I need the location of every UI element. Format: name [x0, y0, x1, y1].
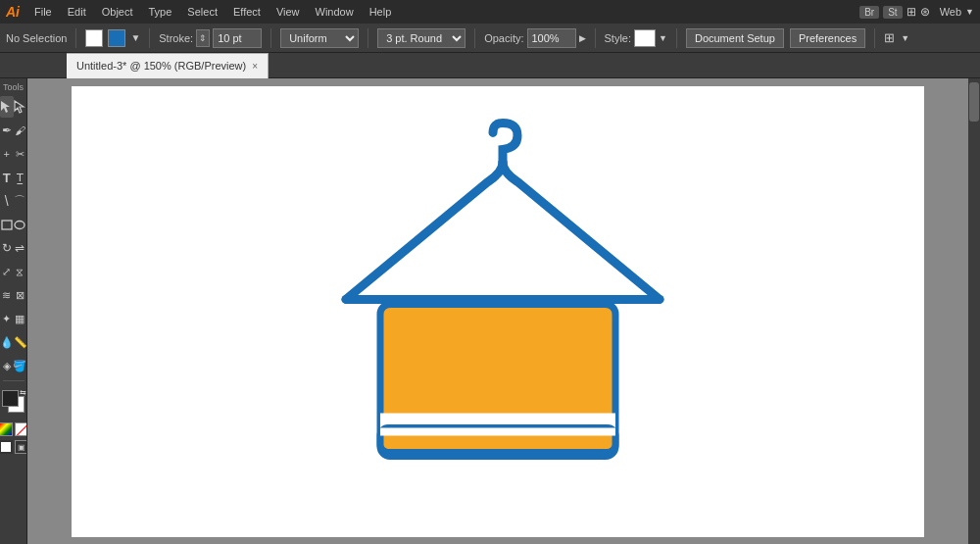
symbol-spray-tool[interactable]: ✦: [0, 308, 14, 329]
right-scrollbar[interactable]: [968, 78, 980, 544]
column-graph-tool[interactable]: ▦: [14, 308, 27, 329]
menu-bar: Ai File Edit Object Type Select Effect V…: [0, 0, 980, 24]
foreground-color-swatch[interactable]: [2, 390, 19, 407]
touch-type-tool[interactable]: T̲: [14, 167, 27, 188]
web-menu-arrow[interactable]: ▼: [965, 7, 974, 17]
menu-effect[interactable]: Effect: [226, 4, 268, 20]
menu-object[interactable]: Object: [95, 4, 140, 20]
tab-title: Untitled-3* @ 150% (RGB/Preview): [76, 60, 246, 72]
none-mode-btn[interactable]: [15, 422, 28, 436]
preferences-button[interactable]: Preferences: [790, 28, 865, 48]
canvas-area: [27, 78, 968, 544]
opacity-arrow[interactable]: ▶: [579, 33, 586, 43]
svg-point-3: [15, 221, 24, 228]
fill-swatch[interactable]: [85, 29, 103, 47]
app-logo: Ai: [6, 4, 20, 20]
left-toolbar: Tools ✒ 🖌 + ✂ T T̲ \ ⌒: [0, 78, 27, 544]
menu-select[interactable]: Select: [180, 4, 224, 20]
change-screen-btn[interactable]: ▣: [15, 440, 28, 454]
shear-tool[interactable]: ⧖: [14, 261, 27, 282]
stroke-fill-indicator[interactable]: [0, 440, 13, 454]
connector-icon[interactable]: ⊛: [920, 5, 930, 19]
blend-tool[interactable]: ◈: [0, 355, 13, 376]
menu-type[interactable]: Type: [142, 4, 179, 20]
scroll-thumb[interactable]: [969, 82, 979, 122]
style-label: Style:: [605, 32, 632, 44]
stroke-dropdown[interactable]: ▼: [130, 32, 140, 43]
warp-tool[interactable]: ≋: [0, 284, 14, 306]
measure-tool[interactable]: 📏: [14, 331, 27, 353]
stroke-style-select[interactable]: Uniform: [280, 28, 359, 48]
opacity-input[interactable]: [527, 28, 576, 48]
direct-selection-tool[interactable]: [14, 96, 27, 118]
bridge-btn[interactable]: Br: [859, 6, 879, 19]
menu-help[interactable]: Help: [363, 4, 399, 20]
arrange-arrow[interactable]: ▼: [901, 33, 909, 43]
color-mode-btn[interactable]: [0, 422, 13, 436]
svg-marker-0: [1, 101, 10, 113]
menu-file[interactable]: File: [27, 4, 59, 20]
stroke-cap-select[interactable]: 3 pt. Round: [377, 28, 466, 48]
svg-rect-2: [2, 221, 12, 229]
menu-view[interactable]: View: [270, 4, 307, 20]
stroke-swatch[interactable]: [108, 29, 125, 47]
stroke-label: Stroke:: [159, 32, 193, 44]
rect-tool[interactable]: [0, 214, 14, 235]
rotate-tool[interactable]: ↻: [0, 237, 14, 259]
artwork: [292, 118, 704, 490]
eyedropper-tool[interactable]: 💧: [0, 331, 14, 353]
menu-edit[interactable]: Edit: [61, 4, 93, 20]
scissors-tool[interactable]: ✂: [14, 143, 27, 165]
main-layout: Tools ✒ 🖌 + ✂ T T̲ \ ⌒: [0, 78, 980, 544]
selection-tool[interactable]: [0, 96, 14, 118]
doc-setup-button[interactable]: Document Setup: [686, 28, 784, 48]
blob-brush-tool[interactable]: 🖌: [14, 120, 27, 141]
line-tool[interactable]: \: [0, 190, 14, 212]
live-paint-tool[interactable]: 🪣: [13, 355, 26, 376]
opacity-label: Opacity:: [484, 32, 523, 44]
stroke-width-input[interactable]: [213, 28, 262, 48]
swap-colors-btn[interactable]: ⇆: [20, 388, 26, 397]
ellipse-tool[interactable]: [14, 214, 27, 235]
tools-label: Tools: [0, 82, 26, 92]
type-tool[interactable]: T: [0, 167, 14, 188]
stock-btn[interactable]: St: [883, 6, 902, 19]
stroke-width-arrows[interactable]: ⇕: [196, 29, 210, 47]
tab-bar: Untitled-3* @ 150% (RGB/Preview) ×: [0, 53, 980, 78]
add-anchor-tool[interactable]: +: [0, 143, 14, 165]
scale-tool[interactable]: ⤢: [0, 261, 14, 282]
arc-tool[interactable]: ⌒: [14, 190, 27, 212]
no-selection-label: No Selection: [6, 32, 67, 44]
arrange-icon[interactable]: ⊞: [884, 30, 895, 45]
style-swatch[interactable]: [634, 29, 656, 47]
svg-marker-1: [15, 101, 24, 113]
grid-icon[interactable]: ⊞: [906, 5, 916, 19]
document-tab[interactable]: Untitled-3* @ 150% (RGB/Preview) ×: [67, 53, 269, 78]
tab-close-btn[interactable]: ×: [252, 61, 258, 72]
free-transform-tool[interactable]: ⊠: [14, 284, 27, 306]
menu-window[interactable]: Window: [309, 4, 361, 20]
reflect-tool[interactable]: ⇌: [14, 237, 27, 259]
options-bar: No Selection ▼ Stroke: ⇕ Uniform 3 pt. R…: [0, 24, 980, 53]
style-arrow[interactable]: ▼: [659, 33, 667, 43]
web-menu[interactable]: Web: [940, 6, 961, 18]
pen-tool[interactable]: ✒: [0, 120, 14, 141]
canvas: [72, 86, 924, 537]
